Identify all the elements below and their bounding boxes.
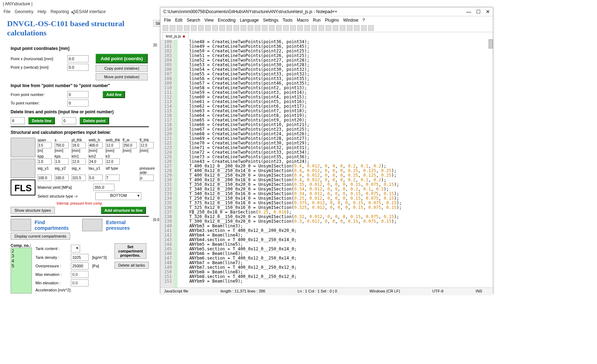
tank-density-input[interactable] (71, 254, 89, 261)
toolbar-icon[interactable] (219, 25, 225, 31)
prop-input[interactable] (89, 142, 103, 148)
to-input[interactable] (67, 99, 89, 107)
list-item[interactable]: 3 (12, 254, 31, 258)
toolbar-icon[interactable] (233, 25, 239, 31)
show-structure-types-button[interactable]: Show structure types (11, 207, 55, 214)
toolbar-icon[interactable] (262, 25, 267, 31)
delete-all-tanks-button[interactable]: Delete all tanks (114, 262, 149, 269)
menu-sesam[interactable]: SESAM interface (73, 9, 106, 14)
code-area[interactable]: line48 = CreateLineTwoPoints(point36, po… (178, 40, 493, 288)
scrollbar-thumb[interactable] (489, 39, 493, 49)
file-tab[interactable]: test_js.js● (163, 32, 188, 40)
prop-input[interactable] (55, 142, 69, 148)
toolbar-icon[interactable] (212, 25, 218, 31)
copy-point-button[interactable]: Copy point (relative) (96, 65, 148, 72)
toolbar-icon[interactable] (177, 25, 182, 31)
display-compartments-button[interactable]: Display current compartments (11, 233, 70, 240)
toolbar-icon[interactable] (283, 25, 289, 31)
toolbar-icon[interactable] (198, 25, 204, 31)
prop-input[interactable] (55, 175, 69, 181)
overpressure-input[interactable] (71, 262, 89, 269)
add-line-button[interactable]: Add line (103, 91, 125, 98)
pointx-input[interactable] (67, 55, 89, 62)
pointy-input[interactable] (67, 64, 89, 71)
set-compartment-button[interactable]: Set compartment properties. (114, 243, 146, 259)
npp-menu-item[interactable]: File (164, 18, 171, 23)
list-item[interactable]: 4 (12, 258, 31, 263)
npp-menu-item[interactable]: Language (240, 18, 259, 23)
toolbar-icon[interactable] (255, 25, 260, 31)
toolbar-icon[interactable] (290, 25, 296, 31)
toolbar-icon[interactable] (340, 25, 345, 31)
prop-input[interactable] (55, 158, 69, 165)
prop-input[interactable] (89, 158, 103, 165)
external-pressures-link[interactable]: External pressures (106, 220, 149, 231)
toolbar-icon[interactable] (205, 25, 211, 31)
add-point-button[interactable]: Add point (coords) (96, 54, 148, 63)
npp-menu-item[interactable]: Tools (283, 18, 293, 23)
maximize-icon[interactable]: ☐ (476, 9, 481, 15)
npp-menu-item[interactable]: ? (362, 18, 365, 23)
npp-menu-item[interactable]: Macro (297, 18, 309, 23)
delete-line-button[interactable]: Delete line (28, 117, 55, 124)
minimize-icon[interactable]: — (466, 9, 471, 15)
menu-reporting[interactable]: Reporting (51, 9, 69, 14)
prop-input[interactable] (72, 142, 86, 148)
toolbar-icon[interactable] (347, 25, 353, 31)
prop-input[interactable] (123, 142, 137, 148)
toolbar-icon[interactable] (319, 25, 324, 31)
close-icon[interactable]: ✕ (486, 9, 490, 15)
tank-content-select[interactable] (71, 245, 80, 252)
toolbar-icon[interactable] (276, 25, 282, 31)
toolbar-icon[interactable] (170, 25, 175, 31)
toolbar-icon[interactable] (326, 25, 331, 31)
toolbar-icon[interactable] (269, 25, 275, 31)
list-item[interactable]: 5 (12, 263, 31, 268)
npp-menu-item[interactable]: Search (187, 18, 200, 23)
npp-menu-item[interactable]: Edit (175, 18, 182, 23)
toolbar-icon[interactable] (297, 25, 303, 31)
prop-input[interactable] (38, 142, 52, 148)
prop-input[interactable] (106, 142, 120, 148)
toolbar-icon[interactable] (354, 25, 360, 31)
menu-help[interactable]: Help (38, 9, 46, 14)
npp-menu-item[interactable]: Window (343, 18, 358, 23)
delete-point-button[interactable]: Delete point (80, 117, 109, 124)
list-item[interactable]: 2 (12, 249, 31, 254)
toolbar-icon[interactable] (248, 25, 253, 31)
npp-menu-item[interactable]: View (204, 18, 214, 23)
compartment-list[interactable]: 2345 (11, 248, 32, 294)
structure-type-select[interactable]: BOTTOM (95, 192, 141, 200)
prop-input[interactable] (72, 158, 86, 165)
move-point-button[interactable]: Move point (relative) (96, 73, 148, 80)
npp-menu-item[interactable]: Plugins (325, 18, 339, 23)
add-structure-button[interactable]: Add structure to line (101, 207, 146, 214)
toolbar-icon[interactable] (333, 25, 338, 31)
npp-menu-item[interactable]: Encoding (218, 18, 236, 23)
prop-input[interactable] (140, 175, 154, 181)
material-yield-input[interactable] (93, 184, 114, 191)
toolbar-icon[interactable] (226, 25, 232, 31)
menu-geometry[interactable]: Geometry (15, 9, 33, 14)
delete-point-input[interactable] (62, 117, 76, 124)
delete-line-input[interactable] (11, 117, 25, 124)
prop-input[interactable] (106, 158, 120, 165)
prop-input[interactable] (72, 175, 86, 181)
toolbar-icon[interactable] (361, 25, 367, 31)
find-compartments-link[interactable]: Find compartments (35, 220, 79, 231)
prop-input[interactable] (38, 158, 52, 165)
toolbar-icon[interactable] (311, 25, 317, 31)
npp-menu-item[interactable]: Settings (263, 18, 278, 23)
toolbar-icon[interactable] (191, 25, 197, 31)
toolbar-icon[interactable] (241, 25, 246, 31)
menu-file[interactable]: File (4, 9, 10, 14)
prop-input[interactable] (89, 175, 103, 181)
toolbar-icon[interactable] (184, 25, 190, 31)
toolbar-icon[interactable] (368, 25, 374, 31)
editor[interactable]: 100 101 102 103 104 105 106 107 108 109 … (160, 40, 493, 288)
npp-menu-item[interactable]: Run (313, 18, 321, 23)
prop-input[interactable] (106, 175, 120, 181)
prop-input[interactable] (38, 175, 52, 181)
prop-input[interactable] (140, 142, 154, 148)
toolbar-icon[interactable] (304, 25, 310, 31)
